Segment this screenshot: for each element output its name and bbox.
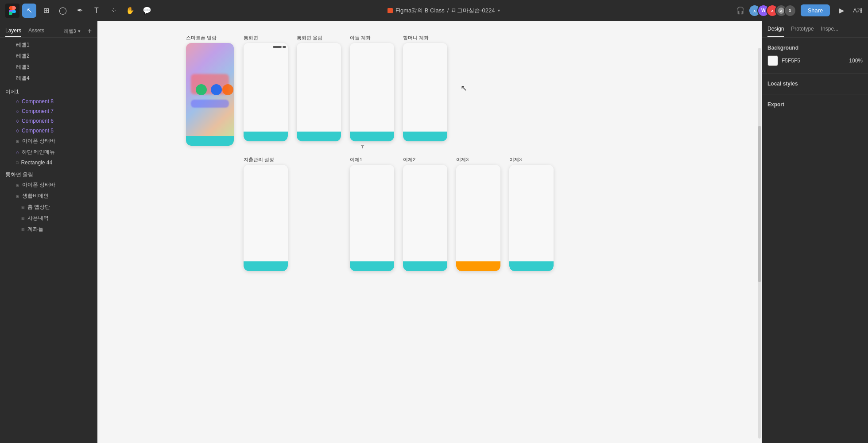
layer-item-homeapp[interactable]: ⊞ 홈 앱상단 <box>5 202 97 213</box>
phone-frame-alarm[interactable] <box>186 43 234 146</box>
frame-group-expense: 지출관리 설정 <box>244 156 288 271</box>
phone-bottom-bar-ex3b <box>509 261 554 271</box>
grid-icon: ⊞ <box>16 183 19 187</box>
layer-label: 사용내역 <box>27 214 49 222</box>
grid-icon: ⊞ <box>21 205 25 210</box>
diamond-icon: ◇ <box>16 99 19 104</box>
grid-icon: ⊞ <box>16 139 19 144</box>
hand-tool[interactable]: ✋ <box>123 4 137 18</box>
bg-opacity-value[interactable]: 100% <box>849 58 863 64</box>
tab-prototype[interactable]: Prototype <box>791 21 814 37</box>
section-background: Background F5F5F5 100% <box>762 38 868 74</box>
phone-frame-exercise3[interactable] <box>456 165 500 271</box>
phone-bottom-bar-ring <box>297 132 341 141</box>
frame-label-call-ring: 통화면 울림 <box>297 35 341 41</box>
user-initial: A개 <box>853 7 863 15</box>
project-name: Figma강의 B Class <box>395 7 445 15</box>
grid-icon: ⊞ <box>21 216 25 221</box>
layer-item-level2[interactable]: 레벨2 <box>0 51 97 62</box>
layer-item-comp8[interactable]: ◇ Component 8 <box>5 97 97 106</box>
right-panel: Design Prototype Inspe... Background F5F… <box>762 21 868 443</box>
layer-item-comp6[interactable]: ◇ Component 6 <box>5 116 97 126</box>
statusbar-call <box>245 45 286 49</box>
layer-label: Component 6 <box>22 118 54 124</box>
layer-label: 아이폰 상태바 <box>22 181 55 189</box>
phone-frame-call[interactable] <box>244 43 288 141</box>
select-tool[interactable]: ↖ <box>22 4 36 18</box>
tab-layers[interactable]: Layers <box>5 25 21 37</box>
frame-label-grandma: 할머니 계좌 <box>403 35 447 41</box>
layer-item-level4[interactable]: 레벨4 <box>0 73 97 84</box>
phone-frame-expense[interactable] <box>244 165 288 271</box>
project-color-dot <box>388 8 393 13</box>
figma-logo-icon[interactable] <box>5 4 19 18</box>
canvas[interactable]: ↖ 스마트폰 알람 통화면 <box>97 21 762 443</box>
export-title: Export <box>767 101 863 108</box>
layer-item-usage[interactable]: ⊞ 사용내역 <box>5 213 97 224</box>
frame-group-call: 통화면 <box>244 35 288 141</box>
local-styles-title: Local styles <box>767 81 863 87</box>
layer-label: Rectangle 44 <box>21 159 52 166</box>
layer-section-levels: 레벨1 레벨2 레벨3 레벨4 <box>0 38 97 85</box>
layer-breadcrumb: 레벨3 ▾ <box>64 28 81 35</box>
phone-screen-exercise1 <box>350 165 394 271</box>
frame-group-exercise1: 이제1 <box>350 156 394 271</box>
component-tool[interactable]: ⁘ <box>106 4 120 18</box>
phone-frame-exercise3b[interactable] <box>509 165 554 271</box>
subsection-exercise1: ◇ Component 8 ◇ Component 7 ◇ Component … <box>0 97 97 167</box>
chevron-down-icon[interactable]: ▾ <box>498 8 500 13</box>
bg-color-value[interactable]: F5F5F5 <box>782 58 845 64</box>
alarm-circle2 <box>211 84 222 95</box>
layer-item-rect44[interactable]: □ Rectangle 44 <box>5 158 97 167</box>
present-icon[interactable]: ▶ <box>834 4 849 18</box>
layer-item-accounts[interactable]: ⊞ 계좌들 <box>5 224 97 235</box>
pen-tool[interactable]: ✒ <box>73 4 87 18</box>
grid-icon: ⊞ <box>16 194 19 198</box>
layer-item-level1[interactable]: 레벨1 <box>0 39 97 51</box>
text-tool[interactable]: T <box>89 4 104 18</box>
tab-design[interactable]: Design <box>767 21 784 37</box>
bg-color-swatch[interactable] <box>767 55 778 66</box>
section-exercise1-label: 이제1 <box>0 85 97 97</box>
tab-inspect[interactable]: Inspe... <box>821 21 838 37</box>
layer-item-level3[interactable]: 레벨3 <box>0 62 97 73</box>
shape-tool[interactable]: ◯ <box>56 4 70 18</box>
phone-bottom-bar-ex2 <box>403 261 447 271</box>
svg-point-0 <box>9 12 12 15</box>
phone-frame-son[interactable] <box>350 43 394 141</box>
section-export: Export <box>762 94 868 115</box>
layer-item-comp5[interactable]: ◇ Component 5 <box>5 126 97 136</box>
share-button[interactable]: Share <box>801 4 830 16</box>
frame-label-exercise2: 이제2 <box>403 156 447 163</box>
phone-bottom-bar-ex3 <box>456 261 500 271</box>
layer-label: 계좌들 <box>27 225 43 233</box>
project-title[interactable]: Figma강의 B Class / 피그마실습-0224 ▾ <box>388 7 500 15</box>
subsection-incoming: ⊞ 아이폰 상태바 ⊞ 생활비메인 ⊞ 홈 앱상단 ⊞ 사용내역 ⊞ 계좌들 <box>0 179 97 235</box>
layer-item-statusbar1[interactable]: ⊞ 아이폰 상태바 <box>5 136 97 147</box>
layer-item-comp7[interactable]: ◇ Component 7 <box>5 106 97 116</box>
phone-frame-grandma[interactable] <box>403 43 447 141</box>
headphones-icon[interactable]: 🎧 <box>733 4 748 18</box>
phone-screen-exercise3 <box>456 165 500 271</box>
avatar-group: A W A A 3 <box>752 4 796 17</box>
layer-label: 생활비메인 <box>22 192 49 200</box>
frame-group-exercise3b: 이제3 <box>509 156 554 271</box>
phone-frame-call-ring[interactable] <box>297 43 341 141</box>
frame-group-smartphone-alarm: 스마트폰 알람 <box>186 35 234 146</box>
left-panel: Layers Assets 레벨3 ▾ + 레벨1 레벨2 <box>0 21 97 443</box>
phone-frame-exercise2[interactable] <box>403 165 447 271</box>
frame-tool[interactable]: ⊞ <box>39 4 53 18</box>
comment-tool[interactable]: 💬 <box>140 4 154 18</box>
scrollbar-track <box>758 48 761 439</box>
layer-item-statusbar2[interactable]: ⊞ 아이폰 상태바 <box>5 179 97 190</box>
diamond-icon: ◇ <box>16 109 19 113</box>
scrollbar-thumb[interactable] <box>758 126 761 282</box>
phone-frame-exercise1[interactable] <box>350 165 394 271</box>
layer-item-mainmenu[interactable]: ◇ 하단 메인메뉴 <box>5 147 97 158</box>
layer-item-life[interactable]: ⊞ 생활비메인 <box>5 190 97 202</box>
tab-assets[interactable]: Assets <box>28 25 44 37</box>
topbar: ↖ ⊞ ◯ ✒ T ⁘ ✋ 💬 Figma강의 B Class / 피그마실습-… <box>0 0 868 21</box>
svg-text:A: A <box>753 9 756 13</box>
diamond-icon: ◇ <box>16 128 19 133</box>
add-layer-button[interactable]: + <box>88 27 92 35</box>
